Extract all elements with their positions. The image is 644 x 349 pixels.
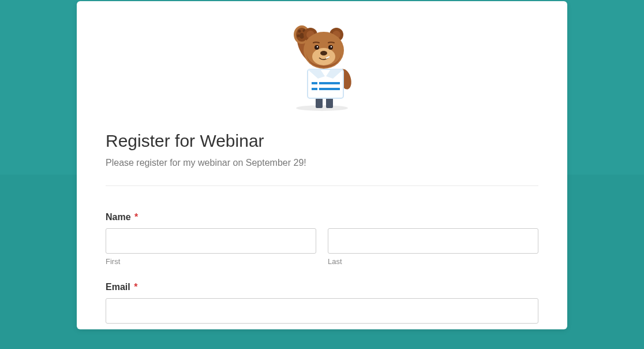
name-field-group: Name * First Last	[106, 212, 538, 266]
last-name-sublabel: Last	[328, 257, 538, 266]
first-name-input[interactable]	[106, 228, 316, 254]
svg-rect-24	[319, 82, 340, 84]
svg-point-7	[299, 33, 304, 39]
svg-point-3	[298, 30, 301, 33]
required-asterisk: *	[134, 282, 137, 292]
required-asterisk: *	[134, 212, 138, 222]
last-name-col: Last	[328, 228, 538, 266]
svg-point-5	[297, 35, 300, 38]
svg-point-13	[312, 48, 335, 65]
email-field-group: Email *	[106, 282, 538, 324]
email-label-text: Email	[106, 282, 130, 292]
first-name-col: First	[106, 228, 316, 266]
svg-rect-25	[312, 88, 317, 90]
name-label: Name *	[106, 212, 538, 222]
form-description: Please register for my webinar on Septem…	[106, 158, 538, 168]
mascot-container	[106, 18, 538, 111]
first-name-sublabel: First	[106, 257, 316, 266]
svg-rect-23	[312, 82, 317, 84]
name-label-text: Name	[106, 212, 131, 222]
email-label: Email *	[106, 282, 538, 292]
form-title: Register for Webinar	[106, 131, 538, 151]
form-card: Register for Webinar Please register for…	[77, 1, 567, 329]
svg-rect-26	[319, 88, 340, 90]
svg-point-17	[328, 45, 333, 50]
svg-point-16	[317, 46, 318, 47]
svg-point-15	[314, 45, 319, 50]
svg-point-14	[320, 51, 327, 55]
email-input[interactable]	[106, 298, 538, 324]
last-name-input[interactable]	[328, 228, 538, 254]
svg-point-18	[331, 46, 332, 47]
divider	[106, 185, 538, 186]
bear-mascot-icon	[279, 18, 365, 111]
